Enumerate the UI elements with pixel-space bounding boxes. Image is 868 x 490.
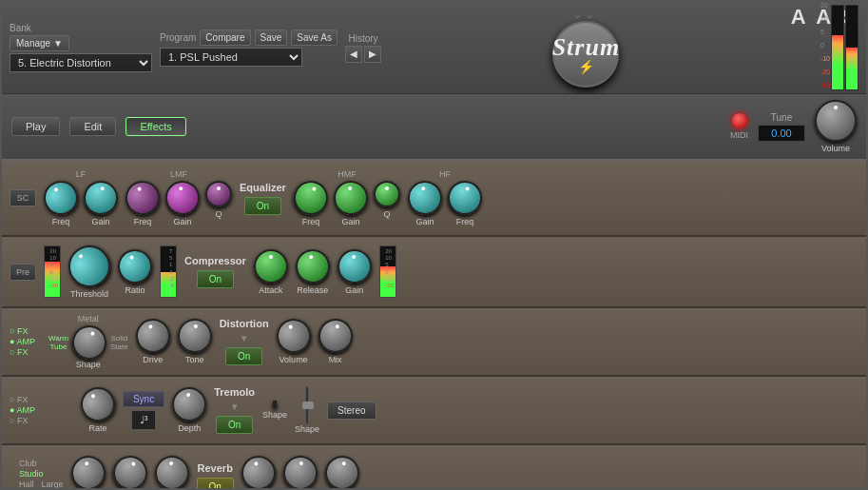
- note-display[interactable]: ♩³: [131, 410, 157, 430]
- large-hall-label: LargeHall: [42, 480, 64, 488]
- ratio-label: Ratio: [125, 285, 145, 295]
- lmf-gain-knob[interactable]: [163, 178, 203, 218]
- knob-dot: [834, 106, 838, 109]
- low-knob[interactable]: [238, 452, 280, 488]
- lf-freq-knob[interactable]: [37, 174, 84, 221]
- trem-shape-slider: Shape: [295, 386, 319, 434]
- lf-gain-knob[interactable]: [81, 178, 121, 218]
- attack-knob[interactable]: [254, 249, 288, 284]
- hmf-freq-knob[interactable]: [289, 176, 333, 220]
- solid-state-label: SolidState: [110, 334, 128, 351]
- nav-prev-button[interactable]: ◀: [345, 46, 362, 63]
- right-header: A A S 20 10 5 0 -10 -20 -60: [791, 5, 858, 90]
- logo-text-group: Strum ⚡: [552, 35, 621, 73]
- tone-knob[interactable]: [176, 317, 213, 354]
- distortion-on-button[interactable]: On: [225, 347, 262, 365]
- lmf-freq-knob[interactable]: [121, 176, 164, 220]
- tune-display[interactable]: 0.00: [758, 125, 805, 142]
- amp-route-label: ● AMP: [10, 337, 35, 346]
- dist-mode-row: Metal: [78, 314, 99, 323]
- size-group: Size: [71, 456, 106, 488]
- dist-mix-knob[interactable]: [316, 316, 356, 356]
- reverb-row: Club Studio Hall LargeHall Size Decay Di…: [2, 445, 866, 488]
- compare-button[interactable]: Compare: [200, 29, 250, 46]
- size-knob[interactable]: [68, 453, 108, 488]
- lf-gain-label: Gain: [91, 217, 109, 226]
- tremolo-label: Tremolo: [214, 386, 255, 398]
- tune-section: Tune 0.00: [758, 112, 805, 142]
- comp-gain-knob[interactable]: [336, 247, 373, 284]
- drive-knob[interactable]: [132, 315, 174, 357]
- diffusion-group: Diffusion: [155, 456, 189, 488]
- hf-label: HF: [439, 169, 451, 179]
- vu-mini-mid: T514.2.8: [160, 245, 177, 298]
- trem-row: ○ FX ● AMP ○ FX Rate Sync ♩³ Depth Tremo…: [2, 377, 866, 445]
- nav-next-button[interactable]: ▶: [364, 46, 381, 63]
- equalizer-on-button[interactable]: On: [244, 197, 281, 215]
- effects-button[interactable]: Effects: [125, 117, 185, 136]
- eq-label-section: Equalizer On: [240, 182, 286, 215]
- hf-section: HF Gain Freq: [408, 169, 482, 226]
- play-button[interactable]: Play: [11, 117, 60, 136]
- lf-knobs: Freq Gain: [44, 181, 118, 226]
- save-as-button[interactable]: Save As: [291, 29, 338, 46]
- hf-knobs: Gain Freq: [408, 181, 482, 226]
- save-button[interactable]: Save: [255, 29, 288, 46]
- tune-label: Tune: [771, 112, 792, 123]
- rate-knob[interactable]: [74, 381, 121, 427]
- vu-fill-left: [832, 35, 843, 89]
- sync-button[interactable]: Sync: [123, 391, 164, 407]
- ratio-knob[interactable]: [113, 244, 157, 287]
- lf-section: LF Freq Gain: [44, 169, 118, 226]
- tone-group: Tone: [178, 319, 212, 364]
- reverb-on-button[interactable]: On: [197, 478, 234, 489]
- stereo-button[interactable]: Stereo: [327, 402, 376, 420]
- shape-slider-handle[interactable]: [302, 402, 314, 409]
- main-content: SC LF Freq Gain LMF: [2, 161, 866, 488]
- program-row: Program Compare Save Save As: [160, 29, 338, 46]
- hmf-freq-label: Freq: [302, 217, 320, 226]
- lf-freq-group: Freq: [44, 181, 78, 226]
- hmf-gain-label: Gain: [341, 217, 359, 226]
- reverb-label-section: Reverb On: [197, 462, 234, 489]
- pre-button[interactable]: Pre: [10, 264, 36, 281]
- bank-row: Manage ▼: [10, 35, 152, 51]
- release-knob[interactable]: [293, 246, 333, 286]
- diffusion-knob[interactable]: [153, 454, 190, 488]
- threshold-knob[interactable]: [60, 237, 119, 296]
- shape-knob[interactable]: [68, 321, 111, 364]
- hmf-gain-knob[interactable]: [332, 179, 369, 216]
- hf-gain-knob[interactable]: [405, 178, 445, 218]
- shape-slider-track[interactable]: [305, 386, 309, 424]
- tremolo-on-button[interactable]: On: [216, 416, 253, 434]
- edit-button[interactable]: Edit: [69, 117, 116, 136]
- release-label: Release: [297, 285, 328, 295]
- volume-knob[interactable]: [815, 100, 857, 142]
- lmf-freq-label: Freq: [134, 217, 152, 226]
- hmf-q-label: Q: [383, 209, 390, 219]
- hf-freq-knob[interactable]: [444, 177, 486, 219]
- drive-group: Drive: [136, 319, 170, 364]
- lmf-gain-group: Gain: [165, 181, 200, 226]
- midi-label: MIDI: [730, 130, 748, 140]
- main-vu-meter: 20 10 5 0 -10 -20 -60: [820, 33, 858, 90]
- comp-label-section: Compressor On: [184, 255, 246, 288]
- dist-volume-knob[interactable]: [272, 314, 316, 358]
- lf-freq-label: Freq: [52, 217, 70, 226]
- hf-gain-group: Gain: [408, 181, 442, 226]
- compressor-on-button[interactable]: On: [197, 270, 234, 288]
- decay-knob[interactable]: [107, 451, 151, 488]
- reverb-mix-knob[interactable]: [322, 453, 362, 488]
- distortion-label: Distortion: [220, 318, 269, 329]
- lmf-q-knob[interactable]: [205, 181, 232, 207]
- high-knob[interactable]: [281, 454, 318, 488]
- dist-mix-group: Mix: [318, 319, 353, 364]
- depth-knob[interactable]: [171, 385, 208, 422]
- program-select[interactable]: 1. PSL Pushed: [160, 48, 302, 67]
- hmf-q-knob[interactable]: [374, 181, 400, 207]
- sc-button[interactable]: SC: [10, 189, 36, 206]
- trem-shape-knob[interactable]: [273, 401, 277, 408]
- manage-button[interactable]: Manage ▼: [10, 35, 69, 51]
- shape-label: Shape: [76, 360, 101, 369]
- bank-select[interactable]: 5. Electric Distortion: [10, 53, 152, 72]
